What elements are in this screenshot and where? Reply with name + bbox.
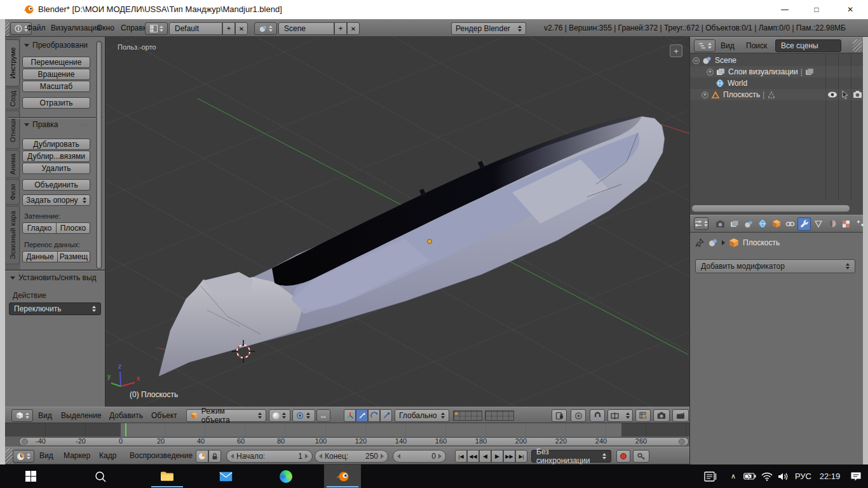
maximize-button[interactable]: □ xyxy=(802,0,831,19)
expand-plus-icon[interactable]: + xyxy=(707,69,714,76)
edge-snap-grid-button[interactable] xyxy=(635,409,651,422)
duplicate-button[interactable]: Дублировать xyxy=(22,139,90,150)
current-frame-field[interactable]: 0 xyxy=(393,450,446,463)
collapse-minus-icon[interactable]: − xyxy=(693,57,700,64)
add-modifier-select[interactable]: Добавить модификатор xyxy=(695,259,855,273)
lock-time-button[interactable] xyxy=(208,450,221,463)
taskbar-file-explorer[interactable] xyxy=(153,464,181,488)
tray-volume[interactable] xyxy=(774,464,792,488)
mirror-button[interactable]: Отразить xyxy=(22,97,90,109)
tab-world[interactable] xyxy=(756,217,769,231)
sync-mode-select[interactable]: Без синхронизации xyxy=(531,450,611,463)
snap-target-select[interactable] xyxy=(607,409,633,422)
menu-add[interactable]: Добавить xyxy=(109,407,143,424)
auto-keyframe-button[interactable] xyxy=(616,450,630,463)
tab-render-layers[interactable] xyxy=(728,217,741,231)
proportional-edit-button[interactable] xyxy=(571,409,586,422)
set-origin-select[interactable]: Задать опорну xyxy=(22,194,90,206)
editor-type-selector-properties[interactable] xyxy=(694,217,709,230)
transfer-placement-button[interactable]: Размещ xyxy=(57,251,90,262)
shade-flat-button[interactable]: Плоско xyxy=(56,222,90,234)
taskbar-edge[interactable] xyxy=(272,464,300,488)
panel-header-edit[interactable]: Правка xyxy=(24,120,58,129)
delete-scene-button[interactable]: ✕ xyxy=(347,22,360,35)
manipulator-axes-toggle[interactable] xyxy=(344,409,356,422)
outliner-row-world[interactable]: World xyxy=(690,78,863,89)
next-keyframe-button[interactable]: ▶▶ xyxy=(503,450,515,463)
scale-manipulator-toggle[interactable] xyxy=(380,409,392,422)
scrollbar-right-cap[interactable] xyxy=(679,438,685,445)
tray-news-button[interactable] xyxy=(699,464,722,488)
preview-range-button[interactable] xyxy=(196,450,208,463)
tab-grease-pencil[interactable]: Эскизный кара xyxy=(6,206,20,264)
tab-object[interactable] xyxy=(770,217,783,231)
selectability-cursor-icon[interactable] xyxy=(841,90,849,99)
editor-type-selector-outliner[interactable] xyxy=(694,39,715,52)
tab-render[interactable] xyxy=(714,217,727,231)
rotate-manipulator-toggle[interactable] xyxy=(368,409,380,422)
scene-lock-button[interactable] xyxy=(552,409,567,422)
outliner-row-scene[interactable]: − Scene xyxy=(690,55,863,66)
menu-file[interactable]: Файл xyxy=(27,20,46,36)
tab-scene[interactable] xyxy=(742,217,755,231)
viewport-3d[interactable]: z y x Польз.-орто (0) Плоскость + xyxy=(105,37,689,407)
shading-select[interactable] xyxy=(269,409,290,422)
visibility-eye-icon[interactable] xyxy=(827,91,837,98)
taskbar-blender[interactable] xyxy=(329,464,356,488)
taskbar-search-button[interactable] xyxy=(86,464,114,488)
screen-layout-name[interactable]: Default xyxy=(169,22,222,35)
menu-frame[interactable]: Кадр xyxy=(99,447,116,464)
menu-window[interactable]: Окно xyxy=(97,20,114,36)
manipulate-centers-toggle[interactable]: ↔ xyxy=(316,409,330,422)
menu-object[interactable]: Объект xyxy=(151,407,177,424)
taskbar-mail[interactable] xyxy=(212,464,240,488)
menu-select[interactable]: Выделение xyxy=(61,407,102,424)
transfer-data-button[interactable]: Данные xyxy=(22,251,58,262)
decrement-arrow-icon[interactable] xyxy=(319,454,322,459)
redo-panel-header[interactable]: Установить/снять выд xyxy=(10,273,97,282)
scale-button[interactable]: Масштаб xyxy=(22,81,90,92)
renderability-camera-icon[interactable] xyxy=(853,90,862,98)
translate-manipulator-toggle[interactable] xyxy=(356,409,368,422)
rotate-button[interactable]: Вращение xyxy=(22,69,90,80)
mode-select[interactable]: Режим объекта xyxy=(186,409,266,422)
tab-texture[interactable] xyxy=(839,217,853,231)
region-divider[interactable] xyxy=(5,269,105,271)
scene-name[interactable]: Scene xyxy=(278,22,334,35)
tab-material[interactable] xyxy=(825,217,839,231)
tab-animation[interactable]: Анима xyxy=(6,150,20,178)
start-button[interactable] xyxy=(17,464,44,488)
delete-layout-button[interactable]: ✕ xyxy=(235,22,248,35)
tray-clock[interactable]: 22:19 xyxy=(816,464,844,488)
play-button[interactable]: ▶ xyxy=(491,450,503,463)
mesh-data-icon[interactable] xyxy=(767,91,776,99)
add-scene-button[interactable]: + xyxy=(334,22,347,35)
menu-playback[interactable]: Воспроизведение xyxy=(130,447,193,464)
screen-layout-selector[interactable] xyxy=(145,22,168,35)
tab-relations[interactable]: Отноше xyxy=(6,111,20,149)
display-filter-select[interactable]: Все сцены xyxy=(775,39,841,52)
expand-plus-icon[interactable]: + xyxy=(702,92,709,98)
render-engine-select[interactable]: Рендер Blender xyxy=(451,22,526,35)
tray-language[interactable]: РУС xyxy=(792,464,815,488)
pin-icon[interactable] xyxy=(695,238,704,247)
add-layout-button[interactable]: + xyxy=(222,22,235,35)
join-button[interactable]: Объединить xyxy=(22,179,90,191)
menu-view-outliner[interactable]: Вид xyxy=(721,37,735,54)
open-sidebar-button[interactable]: + xyxy=(670,44,682,57)
snap-magnet-button[interactable] xyxy=(590,409,605,422)
shade-smooth-button[interactable]: Гладко xyxy=(22,222,57,234)
duplicate-linked-button[interactable]: Дублир...вязями xyxy=(22,151,90,162)
editor-type-selector-timeline[interactable] xyxy=(13,450,34,463)
timeline-scrollbar[interactable]: -40 -20 0 20 40 60 80 100 120 140 160 18… xyxy=(5,437,689,447)
resize-grip[interactable] xyxy=(5,449,13,464)
tray-chevron-button[interactable]: ∧ xyxy=(726,464,741,488)
tab-particles[interactable] xyxy=(853,217,867,231)
jump-end-button[interactable]: ▶| xyxy=(515,450,527,463)
tab-constraints[interactable] xyxy=(783,217,797,231)
menu-view[interactable]: Вид xyxy=(38,407,52,424)
render-opengl-button[interactable] xyxy=(653,409,670,422)
increment-arrow-icon[interactable] xyxy=(438,454,442,459)
tab-create[interactable]: Созд xyxy=(6,88,20,109)
frame-start-field[interactable]: Начало: 1 xyxy=(226,450,313,463)
